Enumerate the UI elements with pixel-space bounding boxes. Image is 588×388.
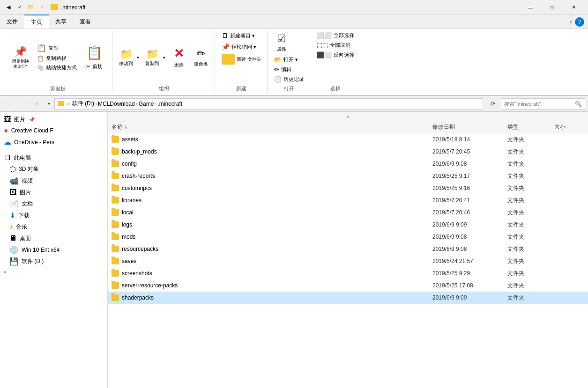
sidebar-item-videos[interactable]: 📹 视频 bbox=[0, 175, 107, 187]
close-button[interactable]: ✕ bbox=[563, 0, 584, 15]
move-to-main[interactable]: 📁 移动到 bbox=[117, 47, 135, 68]
delete-icon: ✕ bbox=[174, 46, 184, 61]
table-row[interactable]: server-resource-packs 2019/5/25 17:08 文件… bbox=[108, 279, 588, 292]
paste-area: 📋 ✂ 剪切 bbox=[82, 44, 106, 71]
folder-icon bbox=[112, 221, 119, 228]
sidebar-item-pictures[interactable]: 🖼 图片 bbox=[0, 187, 107, 198]
videos-icon: 📹 bbox=[9, 176, 19, 185]
select-all-button[interactable]: ⬜⬜ 全部选择 bbox=[315, 31, 356, 40]
sidebar-item-music[interactable]: ♪ 音乐 bbox=[0, 221, 107, 233]
delete-button[interactable]: ✕ 删除 bbox=[170, 44, 188, 70]
path-mcl[interactable]: MCLDownload bbox=[98, 101, 135, 107]
easy-access-button[interactable]: 📌 轻松访问 ▾ bbox=[220, 42, 258, 51]
rename-button[interactable]: ✏ 重命名 bbox=[191, 46, 211, 69]
pin-quick-access-button[interactable]: 📌 固定到快速访问" bbox=[7, 44, 33, 71]
table-row[interactable]: resourcepacks 2019/6/9 9:08 文件夹 bbox=[108, 243, 588, 255]
ribbon-group-new: 🗒 新建项目 ▾ 📌 轻松访问 ▾ 新建 文件夹 新建 bbox=[216, 31, 268, 93]
paste-button[interactable]: 📋 bbox=[82, 44, 106, 61]
sidebar-item-label-desktop: 桌面 bbox=[20, 234, 31, 242]
tab-file[interactable]: 文件 bbox=[0, 15, 24, 29]
tab-share[interactable]: 共享 bbox=[49, 15, 73, 29]
col-date-label: 修改日期 bbox=[432, 123, 455, 131]
minimize-button[interactable]: — bbox=[520, 0, 541, 15]
paste-shortcut-button[interactable]: 📎 粘贴快捷方式 bbox=[35, 63, 79, 72]
search-input[interactable] bbox=[504, 101, 573, 107]
path-game[interactable]: Game bbox=[139, 101, 154, 107]
open-button[interactable]: 📂 打开 ▾ bbox=[272, 55, 306, 64]
folder-icon bbox=[112, 173, 119, 179]
ribbon-group-select: ⬜⬜ 全部选择 ⬚⬚ 全部取消 ⬛⬜ 反向选择 选择 bbox=[311, 31, 360, 93]
tab-view[interactable]: 查看 bbox=[73, 15, 97, 29]
sidebar-item-pictures-quick[interactable]: 🖼 图片 📌 bbox=[0, 114, 107, 125]
sidebar-item-downloads[interactable]: ⬇ 下载 bbox=[0, 210, 107, 221]
title-bar-window-icons: ◀ ✓ 📁 ▾ bbox=[4, 3, 47, 12]
sidebar-item-creative-cloud[interactable]: ● Creative Cloud F bbox=[0, 125, 107, 136]
copy-button[interactable]: 📋 复制 bbox=[35, 43, 79, 53]
select-none-button[interactable]: ⬚⬚ 全部取消 bbox=[315, 41, 352, 50]
move-to-arrow[interactable]: ▾ bbox=[135, 47, 141, 68]
table-row[interactable]: screenshots 2019/5/25 9:29 文件夹 bbox=[108, 267, 588, 279]
history-button[interactable]: 🕐 历史记录 bbox=[272, 75, 306, 84]
new-item-button[interactable]: 🗒 新建项目 ▾ bbox=[220, 31, 257, 40]
up-button[interactable]: ↑ bbox=[31, 98, 43, 110]
table-row[interactable]: mods 2019/6/9 9:08 文件夹 bbox=[108, 231, 588, 243]
invert-select-button[interactable]: ⬛⬜ 反向选择 bbox=[315, 51, 356, 59]
table-row[interactable]: assets 2019/5/18 8:14 文件夹 bbox=[108, 133, 588, 146]
col-header-type[interactable]: 类型 bbox=[504, 121, 551, 133]
sidebar-item-onedrive[interactable]: ☁ OneDrive - Pers bbox=[0, 136, 107, 148]
back-button[interactable]: ← bbox=[3, 98, 15, 110]
col-header-name[interactable]: 名称 ∧ bbox=[108, 121, 429, 133]
folder-icon bbox=[112, 148, 119, 155]
cut-button[interactable]: ✂ 剪切 bbox=[84, 62, 104, 71]
move-to-button[interactable]: 📁 移动到 ▾ bbox=[117, 47, 141, 68]
file-cell-size bbox=[551, 243, 588, 255]
table-row[interactable]: backup_mods 2019/5/7 20:45 文件夹 bbox=[108, 146, 588, 158]
table-row[interactable]: shaderpacks 2019/6/9 9:09 文件夹 bbox=[108, 292, 588, 304]
file-cell-name: saves bbox=[108, 255, 429, 267]
sidebar-item-software-d[interactable]: 💾 软件 (D:) bbox=[0, 256, 107, 267]
refresh-button[interactable]: ⟳ bbox=[487, 98, 499, 110]
forward-button[interactable]: → bbox=[17, 98, 29, 110]
copy-to-arrow[interactable]: ▾ bbox=[161, 47, 167, 68]
sidebar-item-win10[interactable]: 💿 Win 10 Ent x64 bbox=[0, 244, 107, 256]
folder-icon bbox=[112, 258, 119, 264]
downloads-icon: ⬇ bbox=[9, 211, 15, 220]
properties-button[interactable]: ☑ 属性 bbox=[272, 31, 291, 54]
col-header-size[interactable]: 大小 bbox=[551, 121, 588, 133]
sidebar-item-3d-objects[interactable]: ⬡ 3D 对象 bbox=[0, 163, 107, 175]
paste-icon: 📋 bbox=[86, 45, 103, 60]
path-drive[interactable]: 软件 (D:) bbox=[72, 100, 94, 108]
pin-indicator: 📌 bbox=[29, 117, 35, 122]
copy-to-button[interactable]: 📁 复制到 ▾ bbox=[143, 47, 167, 68]
maximize-button[interactable]: □ bbox=[541, 0, 563, 15]
sidebar-item-desktop[interactable]: 🖥 桌面 bbox=[0, 233, 107, 244]
documents-icon: 📄 bbox=[9, 199, 19, 208]
sidebar-item-label-onedrive: OneDrive - Pers bbox=[14, 139, 54, 146]
sidebar-item-label-win10: Win 10 Ent x64 bbox=[22, 247, 60, 253]
new-folder-button[interactable]: 新建 文件夹 bbox=[220, 53, 263, 66]
table-row[interactable]: customnpcs 2019/5/25 9:16 文件夹 bbox=[108, 182, 588, 194]
address-path-box[interactable]: « 软件 (D:) › MCLDownload › Game › .minecr… bbox=[54, 98, 483, 110]
table-row[interactable]: saves 2019/5/24 21:57 文件夹 bbox=[108, 255, 588, 267]
table-row[interactable]: config 2019/6/9 9:08 文件夹 bbox=[108, 158, 588, 170]
path-minecraft[interactable]: .minecraft bbox=[157, 101, 182, 107]
copy-to-main[interactable]: 📁 复制到 bbox=[143, 47, 161, 68]
copy-path-button[interactable]: 📋 复制路径 bbox=[35, 54, 79, 63]
table-row[interactable]: local 2019/5/7 20:46 文件夹 bbox=[108, 206, 588, 219]
tab-home[interactable]: 主页 bbox=[24, 15, 49, 29]
table-row[interactable]: logs 2019/6/9 9:09 文件夹 bbox=[108, 219, 588, 231]
new-item-label: 新建项目 ▾ bbox=[230, 32, 255, 39]
table-row[interactable]: libraries 2019/5/7 20:41 文件夹 bbox=[108, 194, 588, 206]
sidebar-item-documents[interactable]: 📄 文档 bbox=[0, 198, 107, 210]
file-cell-type: 文件夹 bbox=[504, 158, 551, 170]
pin-icon: 📌 bbox=[14, 46, 27, 58]
recent-locations-button[interactable]: ▾ bbox=[45, 98, 52, 110]
col-header-date[interactable]: 修改日期 bbox=[429, 121, 504, 133]
file-cell-size bbox=[551, 279, 588, 292]
copy-to-icon: 📁 bbox=[146, 48, 159, 60]
table-row[interactable]: crash-reports 2019/5/25 9:17 文件夹 bbox=[108, 170, 588, 182]
folder-icon bbox=[112, 234, 119, 240]
edit-button[interactable]: ✏ 编辑 bbox=[272, 65, 306, 74]
sidebar-item-this-pc[interactable]: 🖥 此电脑 bbox=[0, 152, 107, 163]
file-area: ∧ 名称 ∧ 修改日期 类型 大小 assets 2019/5/18 bbox=[108, 112, 588, 388]
